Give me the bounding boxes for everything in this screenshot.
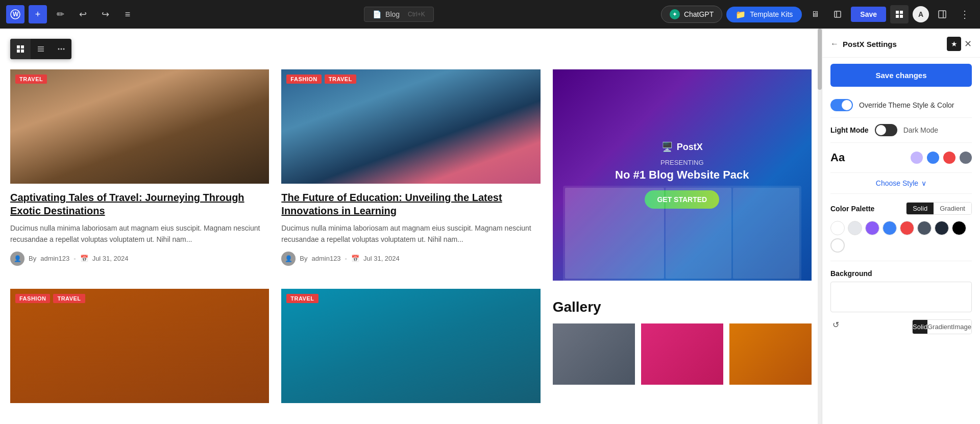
template-kits-icon: 📁 [736,10,746,19]
more-options-button[interactable]: ⋮ [955,5,974,23]
gallery-img-3 [729,323,812,385]
doc-shortcut: Ctrl+K [408,11,425,18]
more-block-options-button[interactable] [51,39,71,59]
background-section: Background ↺ Solid Gradient Image [830,261,972,342]
block-toolbar [10,39,71,59]
panel-back-button[interactable]: ← [830,39,839,48]
palette-type-buttons: Solid Gradient [906,202,972,215]
mode-toggle[interactable] [875,124,897,136]
redo-button[interactable]: ↪ [96,5,114,23]
list-view-button[interactable] [31,39,51,59]
travel-tag-b2: TRAVEL [286,294,318,303]
override-toggle-knob [842,100,852,110]
scrollbar-track[interactable] [818,29,822,424]
travel-tag: TRAVEL [15,74,47,84]
sidebar-toggle-button[interactable] [933,5,951,23]
bg-image-button[interactable]: Image [953,320,971,334]
override-toggle[interactable] [830,99,853,111]
postx-headline: No #1 Blog Website Pack [615,168,749,182]
preview-button[interactable] [828,5,847,23]
save-changes-button[interactable]: Save changes [830,64,972,87]
scrollbar-thumb[interactable] [818,29,822,90]
card-excerpt-1: Ducimus nulla minima laboriosam aut magn… [10,222,269,245]
travel-tag-b: TRAVEL [53,294,85,303]
color-swatch-darkgray[interactable] [917,221,932,235]
author-avatar-1: 👤 [10,252,24,266]
gradient-palette-button[interactable]: Gradient [934,203,971,214]
panel-star-button[interactable]: ★ [947,37,961,51]
travel-tag-2: TRAVEL [325,74,356,84]
postx-presenting: PRESENTING [660,159,704,166]
blog-grid-bottom: FASHION TRAVEL TRAVEL Galler [10,289,812,403]
doc-icon: 📄 [373,10,381,18]
astra-button[interactable]: A [913,6,929,22]
color-swatches [830,221,972,253]
color-swatch-empty[interactable] [830,238,845,253]
grid-view-button[interactable] [10,39,31,59]
right-panel: ← PostX Settings ★ ✕ Save changes Overri… [822,29,980,424]
edit-button[interactable]: ✏ [51,5,69,23]
card-title-1[interactable]: Captivating Tales of Travel: Journeying … [10,191,269,217]
blog-card-bottom-2: TRAVEL [281,289,540,403]
tag-group-bottom-1: FASHION TRAVEL [15,294,85,303]
bg-refresh-button[interactable]: ↺ [830,318,841,332]
undo-button[interactable]: ↩ [74,5,92,23]
gallery-img-bg-3 [729,323,812,385]
color-swatch-white[interactable] [830,221,845,235]
color-swatch-lightgray[interactable] [848,221,862,235]
chatgpt-label: ChatGPT [684,10,714,18]
blog-card-bottom-1: FASHION TRAVEL [10,289,269,403]
template-kits-button[interactable]: 📁 Template Kits [726,7,802,22]
bottom-img-2 [281,289,540,403]
color-swatch-red[interactable] [900,221,914,235]
bg-solid-button[interactable]: Solid [913,320,927,334]
chatgpt-button[interactable]: ✦ ChatGPT [661,6,722,23]
color-dot-lavender[interactable] [911,152,923,164]
color-swatch-black[interactable] [952,221,966,235]
color-dot-gray[interactable] [960,152,972,164]
solid-palette-button[interactable]: Solid [906,203,934,214]
gallery-img-bg-2 [641,323,723,385]
responsive-button[interactable]: 🖥 [806,5,824,23]
choose-style-button[interactable]: Choose Style ∨ [876,179,926,187]
canvas-area[interactable]: TRAVEL Captivating Tales of Travel: Jour… [0,29,822,424]
canvas-content: TRAVEL Captivating Tales of Travel: Jour… [0,29,822,424]
color-swatch-purple[interactable] [865,221,879,235]
bg-gradient-button[interactable]: Gradient [927,320,953,334]
blog-card-bottom-3: Gallery [553,289,812,403]
svg-point-13 [61,48,62,50]
mockup-1 [565,188,664,279]
blog-card: TRAVEL Captivating Tales of Travel: Jour… [10,69,269,281]
svg-rect-7 [939,11,946,18]
color-dot-blue[interactable] [927,152,939,164]
card-title-2[interactable]: The Future of Education: Unveiling the L… [281,191,540,217]
tag-group-bottom-2: TRAVEL [286,294,318,303]
color-palette-section: Color Palette Solid Gradient [830,194,972,261]
background-input[interactable] [830,282,972,312]
card-excerpt-2: Ducimus nulla minima laboriosam aut magn… [281,222,540,245]
postx-logo-icon: 🖥️ [662,141,673,153]
gallery-title: Gallery [553,299,812,315]
chatgpt-icon: ✦ [670,9,680,19]
mockup-2 [666,188,732,279]
color-swatch-nearblack[interactable] [935,221,949,235]
blog-card-2: FASHION TRAVEL The Future of Education: … [281,69,540,281]
author-avatar-2: 👤 [281,252,296,266]
add-block-button[interactable]: + [29,5,47,23]
svg-rect-5 [896,15,899,18]
blog-card-postx: 🖥️ PostX PRESENTING No #1 Blog Website P… [553,69,812,281]
by-label-1: By [29,255,36,262]
save-button[interactable]: Save [851,7,886,22]
panel-header-left: ← PostX Settings [830,39,897,48]
panel-close-button[interactable]: ✕ [964,38,972,49]
choose-style-label: Choose Style [876,179,918,187]
tools-button[interactable] [890,5,909,23]
document-title-button[interactable]: 📄 Blog Ctrl+K [364,7,434,22]
color-swatch-blue[interactable] [883,221,897,235]
override-toggle-row: Override Theme Style & Color [830,93,972,118]
wordpress-logo[interactable]: W [6,5,24,23]
doc-title: Blog [385,10,400,18]
color-dot-red[interactable] [943,152,955,164]
svg-rect-11 [21,49,24,53]
menu-button[interactable]: ≡ [118,5,137,23]
